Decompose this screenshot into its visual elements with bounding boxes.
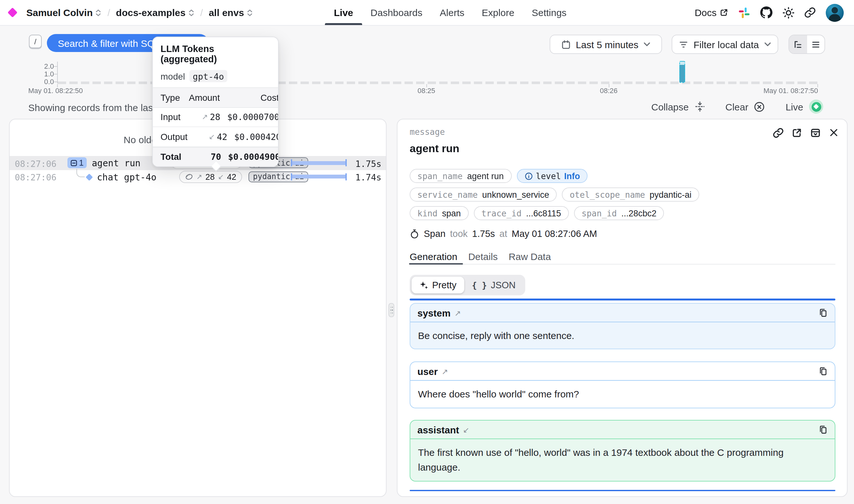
nav-alerts[interactable]: Alerts bbox=[440, 0, 465, 25]
trace-id-pill[interactable]: trace_id ...6c8115 bbox=[474, 206, 568, 220]
input-amount: 28 bbox=[210, 112, 221, 122]
row-label: Output bbox=[161, 132, 187, 142]
panel-resize-handle[interactable] bbox=[388, 303, 394, 317]
tab-details[interactable]: Details bbox=[468, 251, 498, 264]
kind-pill[interactable]: kind span bbox=[410, 206, 468, 220]
trace-row-chat-gpt4o[interactable]: 08:27:06 chat gpt-4o ↗ 28 ↙ 42 pydantic-… bbox=[10, 170, 386, 184]
took-word: took bbox=[450, 229, 468, 239]
otel-scope-pill[interactable]: otel_scope_name pydantic-ai bbox=[562, 187, 699, 202]
external-link-icon bbox=[720, 8, 728, 17]
total-cost: $0.0004900 bbox=[228, 152, 278, 162]
copy-icon[interactable] bbox=[819, 425, 828, 434]
header-actions: Docs bbox=[695, 3, 844, 21]
message-header: assistant ↙ bbox=[410, 420, 835, 439]
output-cost: $0.0004200 bbox=[234, 132, 278, 142]
child-count: 1 bbox=[79, 158, 84, 167]
theme-toggle-sun-icon[interactable] bbox=[783, 7, 794, 18]
attr-value: Info bbox=[564, 171, 580, 181]
tooltip-title: LLM Tokens (aggregated) bbox=[161, 44, 270, 64]
scroll-bottom-indicator bbox=[410, 489, 835, 491]
service-name-pill[interactable]: service_name unknown_service bbox=[410, 187, 557, 202]
copy-link-icon[interactable] bbox=[773, 128, 783, 138]
duration-bar[interactable] bbox=[291, 161, 347, 165]
user-avatar[interactable] bbox=[826, 3, 844, 21]
slack-icon[interactable] bbox=[739, 7, 750, 18]
docs-label: Docs bbox=[695, 7, 716, 18]
json-label: JSON bbox=[491, 280, 515, 290]
duration-bar[interactable] bbox=[291, 175, 347, 179]
copy-icon[interactable] bbox=[819, 366, 828, 376]
x-label-end: May 01. 08:27:50 bbox=[763, 87, 818, 94]
share-link-icon[interactable] bbox=[804, 7, 816, 18]
breadcrumb-org[interactable]: Samuel Colvin bbox=[26, 7, 102, 18]
assistant-message-card: assistant ↙ The first known use of "hell… bbox=[410, 420, 835, 482]
live-toggle-button[interactable] bbox=[809, 100, 823, 114]
token-count-badge[interactable]: ↗ 28 ↙ 42 bbox=[179, 170, 242, 183]
llm-tokens-tooltip: LLM Tokens (aggregated) model gpt-4o Typ… bbox=[152, 37, 279, 167]
dock-panel-icon[interactable] bbox=[810, 128, 821, 138]
nav-explore[interactable]: Explore bbox=[482, 0, 515, 25]
col-amount: Amount bbox=[189, 92, 220, 103]
nav-dashboards[interactable]: Dashboards bbox=[370, 0, 422, 25]
clear-label[interactable]: Clear bbox=[725, 101, 748, 112]
slash-shortcut-key[interactable]: / bbox=[29, 35, 42, 48]
message-text: Be concise, reply with one sentence. bbox=[410, 322, 835, 349]
detail-tabs: Generation Details Raw Data bbox=[410, 251, 835, 264]
y-tick-mark bbox=[54, 82, 57, 82]
breadcrumb-project[interactable]: docs-examples bbox=[116, 7, 195, 18]
org-label: Samuel Colvin bbox=[26, 7, 93, 18]
list-controls: Collapse Clear Live bbox=[651, 100, 823, 114]
tokens-table: Type Amount Cost Input ↗ 28 $0.0000700 O… bbox=[153, 87, 278, 166]
y-tick-mark bbox=[54, 74, 57, 74]
nav-settings[interactable]: Settings bbox=[532, 0, 566, 25]
live-label[interactable]: Live bbox=[786, 101, 803, 112]
row-label: Total bbox=[161, 152, 181, 162]
took-word: at bbox=[499, 229, 507, 239]
y-tick-0: 0.0 bbox=[38, 78, 54, 85]
braces-icon: { } bbox=[472, 280, 487, 290]
time-range-button[interactable]: Last 5 minutes bbox=[550, 35, 662, 54]
message-role: system bbox=[417, 307, 451, 318]
input-arrow-icon: ↗ bbox=[196, 173, 202, 181]
copy-icon[interactable] bbox=[819, 308, 828, 317]
collapse-icon[interactable] bbox=[694, 102, 705, 112]
nav-live[interactable]: Live bbox=[334, 0, 353, 25]
breadcrumb-env[interactable]: all envs bbox=[209, 7, 253, 18]
tab-active-underline bbox=[409, 263, 463, 265]
filter-label: Filter local data bbox=[693, 39, 759, 50]
json-view-button[interactable]: { } JSON bbox=[464, 277, 523, 293]
input-arrow-icon: ↗ bbox=[454, 308, 461, 318]
collapse-label[interactable]: Collapse bbox=[651, 101, 689, 112]
clear-icon[interactable] bbox=[754, 101, 765, 112]
main-nav: Live Dashboards Alerts Explore Settings bbox=[334, 0, 567, 25]
pretty-label: Pretty bbox=[432, 280, 456, 290]
docs-link[interactable]: Docs bbox=[695, 7, 728, 18]
close-icon[interactable] bbox=[829, 128, 839, 138]
logfire-logo-icon[interactable] bbox=[7, 7, 17, 17]
attr-key: kind bbox=[417, 208, 438, 218]
tree-view-button[interactable] bbox=[789, 35, 807, 53]
list-view-button[interactable] bbox=[807, 35, 824, 53]
breadcrumb: Samuel Colvin / docs-examples / all envs bbox=[9, 7, 253, 18]
model-value: gpt-4o bbox=[189, 70, 227, 82]
message-text: The first known use of "hello, world" wa… bbox=[410, 439, 830, 481]
tab-generation[interactable]: Generation bbox=[410, 251, 457, 264]
span-name-pill[interactable]: span_name agent run bbox=[410, 169, 511, 183]
timeline-record-bar[interactable] bbox=[679, 61, 685, 83]
message-text: Where does "hello world" come from? bbox=[410, 381, 835, 408]
filter-local-data-button[interactable]: Filter local data bbox=[672, 35, 778, 54]
messages-scroll-area[interactable]: system ↗ Be concise, reply with one sent… bbox=[410, 299, 835, 491]
github-icon[interactable] bbox=[760, 6, 773, 19]
pretty-view-button[interactable]: Pretty bbox=[412, 277, 464, 293]
span-id-pill[interactable]: span_id ...28cbc2 bbox=[574, 206, 664, 220]
open-in-new-icon[interactable] bbox=[792, 128, 802, 138]
collapse-children-chip[interactable]: 1 bbox=[68, 157, 87, 168]
view-mode-toggle bbox=[788, 35, 825, 54]
attr-value: ...6c8115 bbox=[526, 208, 561, 218]
row-label: Input bbox=[161, 112, 180, 122]
tab-raw-data[interactable]: Raw Data bbox=[509, 251, 551, 264]
total-amount: 70 bbox=[211, 152, 221, 162]
info-icon bbox=[524, 172, 533, 180]
attr-value: unknown_service bbox=[482, 190, 549, 199]
level-pill[interactable]: level Info bbox=[516, 169, 588, 183]
